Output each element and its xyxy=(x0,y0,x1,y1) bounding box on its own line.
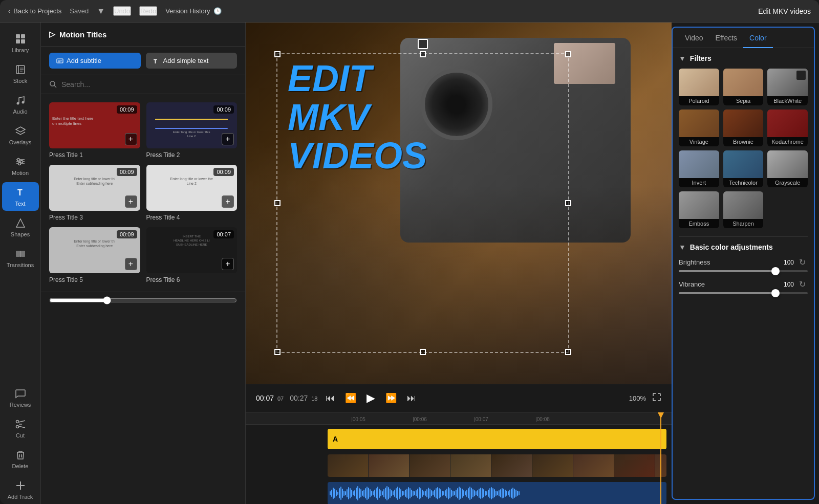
filter-brownie[interactable]: Brownie xyxy=(723,109,764,146)
brightness-track[interactable] xyxy=(679,270,808,272)
audio-clip[interactable] xyxy=(328,482,666,504)
title-card-2[interactable]: 00:09 Enter long title or lower thisLine… xyxy=(146,102,238,159)
add-simple-text-button[interactable]: T Add simple text xyxy=(146,53,238,69)
filters-toggle[interactable]: ▼ xyxy=(679,54,686,62)
top-center-handle[interactable] xyxy=(418,39,428,49)
add-btn-3[interactable]: + xyxy=(125,195,137,208)
add-btn-2[interactable]: + xyxy=(222,133,234,145)
filter-label-sepia: Sepia xyxy=(723,96,764,105)
title-card-1[interactable]: 00:09 Enter the title text hereon multip… xyxy=(49,102,140,159)
waveform-bar xyxy=(333,488,334,499)
video-clip[interactable] xyxy=(328,454,666,477)
rewind-button[interactable]: ⏪ xyxy=(343,390,358,406)
waveform-bar xyxy=(485,491,486,496)
filter-vintage[interactable]: Vintage xyxy=(679,109,719,146)
handle-br[interactable] xyxy=(565,349,571,355)
search-input[interactable] xyxy=(61,80,237,89)
fullscreen-button[interactable] xyxy=(652,392,661,404)
filter-polaroid[interactable]: Polaroid xyxy=(679,69,719,105)
sidebar-item-motion[interactable]: Motion xyxy=(2,151,39,180)
waveform-bar xyxy=(343,491,344,496)
filter-blackwhite[interactable]: BlackWhite xyxy=(767,69,808,105)
waveform-bar xyxy=(397,487,398,500)
play-button[interactable]: ▶ xyxy=(364,389,377,407)
title-card-6[interactable]: 00:07 INSERT THEHEADLINE HERE ON 2 LISUB… xyxy=(146,227,238,283)
add-btn-5[interactable]: + xyxy=(125,258,137,270)
add-subtitle-button[interactable]: Add subtitle xyxy=(49,53,141,69)
waveform-bar xyxy=(410,488,411,498)
handle-tm[interactable] xyxy=(420,51,426,57)
text-clip[interactable]: A xyxy=(328,429,666,449)
skip-start-button[interactable]: ⏮ xyxy=(324,391,337,406)
handle-bm[interactable] xyxy=(420,349,426,355)
sidebar-item-audio[interactable]: Audio xyxy=(2,90,39,119)
title-card-5[interactable]: 00:09 Enter long title or lower thiEnter… xyxy=(49,227,140,283)
tab-video[interactable]: Video xyxy=(679,28,709,48)
tab-effects[interactable]: Effects xyxy=(709,28,744,48)
redo-button[interactable]: Redo xyxy=(139,6,157,16)
sidebar-item-library[interactable]: Library xyxy=(2,29,39,57)
sidebar-item-overlays[interactable]: Overlays xyxy=(2,121,39,149)
clip-label: A xyxy=(333,435,338,443)
add-btn-4[interactable]: + xyxy=(222,195,234,208)
waveform-bar xyxy=(382,491,383,495)
add-btn-6[interactable]: + xyxy=(222,258,234,270)
timeline: |00:05 |00:06 |00:07 |00:08 A xyxy=(246,412,672,504)
sidebar-item-shapes[interactable]: Shapes xyxy=(2,213,39,242)
handle-tr[interactable] xyxy=(565,51,571,57)
filter-invert[interactable]: Invert xyxy=(679,150,719,187)
back-button[interactable]: ‹ Back to Projects xyxy=(8,7,61,15)
scissors-icon xyxy=(14,418,27,430)
book-icon xyxy=(14,63,27,76)
handle-mr[interactable] xyxy=(565,200,571,206)
filter-sharpen[interactable]: Sharpen xyxy=(723,191,764,228)
svg-text:T: T xyxy=(154,58,157,64)
handle-bl[interactable] xyxy=(274,349,281,355)
brightness-thumb[interactable] xyxy=(771,267,780,275)
sidebar-item-cut[interactable]: Cut xyxy=(2,414,39,443)
handle-tl[interactable] xyxy=(274,51,281,57)
timeline-playhead[interactable] xyxy=(660,412,661,504)
undo-button[interactable]: Undo xyxy=(113,6,131,16)
waveform-bar xyxy=(390,489,391,498)
handle-ml[interactable] xyxy=(274,200,281,206)
color-adj-header: ▼ Basic color adjustments xyxy=(679,243,808,251)
sidebar-item-delete[interactable]: Delete xyxy=(2,445,39,473)
video-preview: EDIT MKV VIDEOS xyxy=(246,23,672,384)
filter-sepia[interactable]: Sepia xyxy=(723,69,764,105)
waveform-bar xyxy=(449,488,450,498)
skip-end-button[interactable]: ⏭ xyxy=(405,391,418,406)
add-btn-1[interactable]: + xyxy=(125,133,137,145)
fast-forward-button[interactable]: ⏩ xyxy=(383,390,399,406)
filter-technicolor[interactable]: Technicolor xyxy=(723,150,764,187)
panel-scrubber[interactable] xyxy=(49,296,237,304)
title-card-3[interactable]: 00:09 Enter long title or lower thiEnter… xyxy=(49,165,140,221)
title-card-4[interactable]: 00:09 Enter long title or lower theLine … xyxy=(146,165,238,221)
tab-color[interactable]: Color xyxy=(743,28,772,48)
sidebar-item-label: Reviews xyxy=(10,402,31,408)
vibrance-track[interactable] xyxy=(679,292,808,294)
waveform-bar xyxy=(416,490,417,496)
sidebar-item-transitions[interactable]: Transitions xyxy=(2,244,39,272)
filter-grayscale[interactable]: Grayscale xyxy=(767,150,808,187)
version-history[interactable]: Version History 🕒 xyxy=(165,7,221,15)
vibrance-thumb[interactable] xyxy=(771,289,780,297)
filter-kodachrome[interactable]: Kodachrome xyxy=(767,109,808,146)
waveform-bar xyxy=(367,487,368,500)
text-overlay-box[interactable]: EDIT MKV VIDEOS xyxy=(276,53,569,353)
waveform-bar xyxy=(448,487,449,499)
filter-label-technicolor: Technicolor xyxy=(723,178,764,187)
color-adj-toggle[interactable]: ▼ xyxy=(679,243,686,251)
brightness-reset[interactable]: ↻ xyxy=(797,257,808,267)
waveform-bar xyxy=(422,490,423,497)
sidebar-item-text[interactable]: T Text xyxy=(2,182,39,211)
vibrance-reset[interactable]: ↻ xyxy=(797,279,808,289)
sidebar-item-addtrack[interactable]: Add Track xyxy=(2,475,39,504)
sidebar-item-reviews[interactable]: Reviews xyxy=(2,383,39,412)
video-track xyxy=(246,454,672,480)
edit-text-content[interactable]: EDIT MKV VIDEOS xyxy=(277,54,568,181)
duration-2: 00:09 xyxy=(213,105,234,114)
sidebar-item-stock[interactable]: Stock xyxy=(2,59,39,88)
filter-emboss[interactable]: Emboss xyxy=(679,191,719,228)
saved-dropdown-icon[interactable]: ▼ xyxy=(97,7,105,16)
